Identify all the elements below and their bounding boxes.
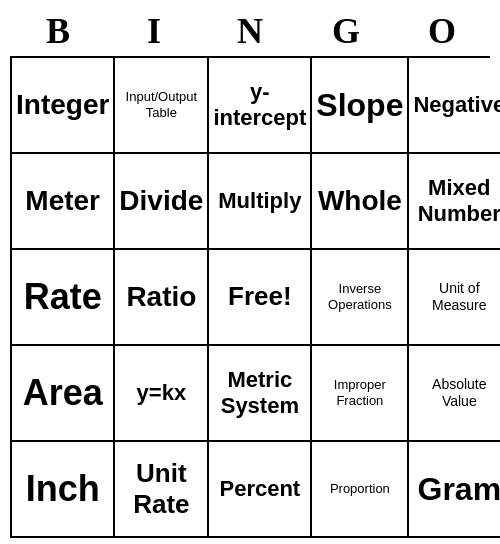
letter-b: B [14, 10, 102, 52]
cell-2-3: Inverse Operations [312, 250, 409, 346]
cell-3-2: Metric System [209, 346, 312, 442]
cell-2-1: Ratio [115, 250, 209, 346]
cell-4-0: Inch [12, 442, 115, 538]
cell-2-0: Rate [12, 250, 115, 346]
bingo-grid: Integer Input/Output Table y-intercept S… [10, 56, 490, 538]
cell-4-2: Percent [209, 442, 312, 538]
letter-i: I [110, 10, 198, 52]
cell-3-0: Area [12, 346, 115, 442]
letter-g: G [302, 10, 390, 52]
cell-0-1: Input/Output Table [115, 58, 209, 154]
letter-o: O [398, 10, 486, 52]
cell-3-3: Improper Fraction [312, 346, 409, 442]
cell-1-1: Divide [115, 154, 209, 250]
cell-1-0: Meter [12, 154, 115, 250]
letter-n: N [206, 10, 294, 52]
bingo-card: B I N G O Integer Input/Output Table y-i… [10, 6, 490, 538]
cell-4-1: Unit Rate [115, 442, 209, 538]
cell-0-4: Negative [409, 58, 500, 154]
cell-4-4: Gram [409, 442, 500, 538]
bingo-header: B I N G O [10, 6, 490, 56]
cell-0-3: Slope [312, 58, 409, 154]
cell-2-2: Free! [209, 250, 312, 346]
cell-2-4: Unit of Measure [409, 250, 500, 346]
cell-1-4: Mixed Number [409, 154, 500, 250]
cell-1-3: Whole [312, 154, 409, 250]
cell-3-1: y=kx [115, 346, 209, 442]
cell-4-3: Proportion [312, 442, 409, 538]
cell-3-4: Absolute Value [409, 346, 500, 442]
cell-1-2: Multiply [209, 154, 312, 250]
cell-0-2: y-intercept [209, 58, 312, 154]
cell-0-0: Integer [12, 58, 115, 154]
